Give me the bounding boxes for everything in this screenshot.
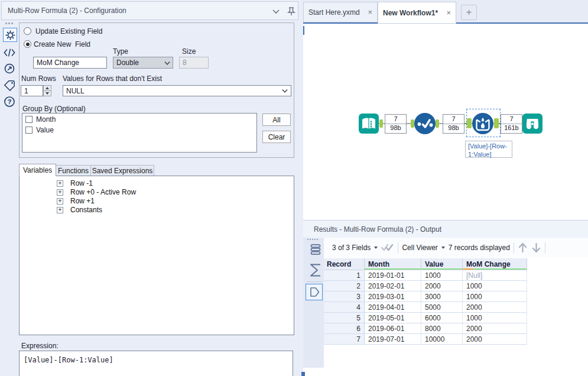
tab-functions[interactable]: Functions — [56, 165, 91, 176]
table-cell[interactable]: 10000 — [421, 334, 463, 345]
expand-icon[interactable] — [57, 207, 63, 213]
results-side-strip — [303, 238, 324, 368]
table-cell[interactable]: 2000 — [463, 302, 527, 313]
checkbox-month[interactable] — [25, 116, 33, 123]
table-cell[interactable]: 6 — [324, 323, 365, 334]
tab-variables[interactable]: Variables — [19, 164, 56, 176]
variables-listbox[interactable]: Row -1 Row +0 - Active Row Row +1 Consta… — [19, 176, 294, 335]
connection-label-1[interactable]: 7 98b — [385, 114, 407, 134]
table-cell[interactable]: 7 — [324, 334, 365, 345]
record-count: 7 — [385, 115, 406, 124]
all-button[interactable]: All — [262, 114, 291, 126]
table-cell[interactable]: 1000 — [463, 281, 527, 291]
tree-item-row-0[interactable]: Row +0 - Active Row — [57, 188, 136, 196]
table-cell[interactable]: 6000 — [421, 313, 463, 323]
config-rows-icon[interactable] — [309, 243, 322, 256]
panel-drag-handle[interactable] — [5, 22, 15, 25]
table-cell[interactable]: 2000 — [463, 323, 527, 334]
new-tab-button[interactable]: + — [461, 5, 477, 20]
tool-browse[interactable] — [522, 114, 542, 134]
radio-create-new-field[interactable] — [24, 40, 31, 48]
dropdown-caret-icon[interactable] — [441, 247, 445, 249]
tree-item-row-minus1[interactable]: Row -1 — [57, 179, 93, 187]
checkbox-value[interactable] — [25, 127, 33, 134]
table-cell[interactable]: 2000 — [463, 334, 527, 345]
table-cell[interactable]: 1000 — [463, 313, 527, 323]
expand-icon[interactable] — [57, 189, 63, 196]
table-cell[interactable]: 2019-02-01 — [365, 281, 421, 291]
spinner-buttons[interactable] — [43, 85, 51, 96]
sidebar-item-code[interactable] — [4, 47, 15, 57]
table-cell[interactable]: 2 — [324, 281, 365, 291]
tool-multi-row-formula[interactable] — [472, 112, 494, 135]
clear-button[interactable]: Clear — [262, 131, 291, 143]
table-cell[interactable]: 1 — [324, 270, 365, 281]
output-anchor[interactable] — [379, 119, 383, 128]
connection-label-2[interactable]: 7 98b — [443, 114, 464, 134]
expand-icon[interactable] — [57, 198, 63, 205]
table-cell[interactable]: 2019-07-01 — [365, 334, 421, 345]
expand-icon[interactable] — [57, 180, 63, 187]
tool-annotation[interactable]: [Value]-[Row- 1:Value] — [465, 141, 512, 158]
up-arrow-icon[interactable] — [518, 242, 528, 254]
column-header-month[interactable]: Month — [365, 258, 421, 270]
table-cell[interactable]: 2019-04-01 — [365, 302, 421, 313]
table-cell[interactable]: 2000 — [421, 281, 463, 291]
close-icon[interactable]: × — [368, 8, 372, 17]
table-cell[interactable]: 5000 — [421, 302, 463, 313]
table-cell[interactable]: 8000 — [421, 323, 463, 334]
table-cell[interactable]: 2019-03-01 — [365, 291, 421, 302]
double-check-icon[interactable] — [381, 243, 394, 252]
radio-update-existing-field[interactable] — [24, 27, 31, 35]
table-cell[interactable]: 3000 — [421, 291, 463, 302]
table-cell[interactable]: 3 — [324, 291, 365, 302]
input-anchor[interactable] — [467, 118, 472, 128]
down-arrow-icon[interactable] — [531, 242, 541, 254]
close-icon[interactable]: × — [446, 8, 451, 17]
table-cell[interactable]: 2019-01-01 — [365, 270, 421, 281]
chevron-down-icon[interactable] — [271, 7, 281, 15]
pin-icon[interactable] — [286, 6, 297, 17]
results-table[interactable]: RecordMonthValueMoM Change12019-01-01100… — [324, 258, 527, 345]
field-name-input[interactable]: MoM Change — [33, 57, 107, 69]
spinner-up-icon[interactable] — [44, 86, 51, 91]
tree-item-constants[interactable]: Constants — [57, 206, 102, 214]
preview-tab-selected[interactable] — [306, 284, 323, 300]
table-cell[interactable]: 2019-05-01 — [365, 313, 421, 323]
type-dropdown[interactable]: Double — [113, 57, 173, 69]
table-cell[interactable]: 5 — [324, 313, 365, 323]
column-header-mom-change[interactable]: MoM Change — [463, 258, 527, 270]
values-dropdown[interactable]: NULL — [63, 85, 291, 96]
sidebar-item-performance[interactable] — [4, 63, 15, 74]
cell-viewer-button[interactable]: Cell Viewer — [402, 244, 437, 252]
sidebar-item-configuration[interactable] — [3, 28, 17, 42]
tool-input-data[interactable] — [359, 114, 379, 134]
output-anchor[interactable] — [494, 118, 499, 128]
expression-editor[interactable]: [Value]-[Row-1:Value] — [19, 351, 293, 376]
workflow-tab-start-here[interactable]: Start Here.yxmd × — [303, 2, 378, 22]
num-rows-spinner[interactable]: 1 — [21, 85, 43, 96]
table-cell[interactable]: 1000 — [463, 291, 527, 302]
table-cell[interactable]: 1000 — [421, 270, 463, 281]
connection-label-3[interactable]: 7 161b — [501, 114, 522, 134]
spinner-down-icon[interactable] — [44, 91, 51, 96]
table-cell[interactable]: [Null] — [463, 270, 527, 281]
output-anchor[interactable] — [436, 119, 439, 128]
table-cell[interactable]: 4 — [324, 302, 365, 313]
expression-text: [Value]-[Row-1:Value] — [24, 356, 113, 364]
metadata-sigma-icon[interactable] — [309, 263, 322, 277]
column-header-record[interactable]: Record — [324, 258, 365, 270]
sidebar-item-annotation[interactable] — [4, 79, 15, 91]
fields-summary[interactable]: 3 of 3 Fields — [332, 244, 371, 252]
group-by-listbox[interactable]: Month Value — [22, 113, 257, 153]
column-header-value[interactable]: Value — [421, 258, 463, 270]
tree-item-row-plus1[interactable]: Row +1 — [57, 197, 95, 205]
workflow-tab-new-workflow1[interactable]: New Workflow1* × — [378, 2, 456, 24]
tab-saved-expressions[interactable]: Saved Expressions — [90, 165, 154, 176]
radio-create-label: Create New Field — [34, 40, 90, 48]
dropdown-caret-icon[interactable] — [374, 247, 378, 249]
table-cell[interactable]: 2019-06-01 — [365, 323, 421, 334]
sidebar-item-help[interactable]: ? — [4, 96, 15, 108]
tool-select[interactable] — [414, 112, 436, 135]
results-drag-handle[interactable] — [307, 239, 318, 240]
